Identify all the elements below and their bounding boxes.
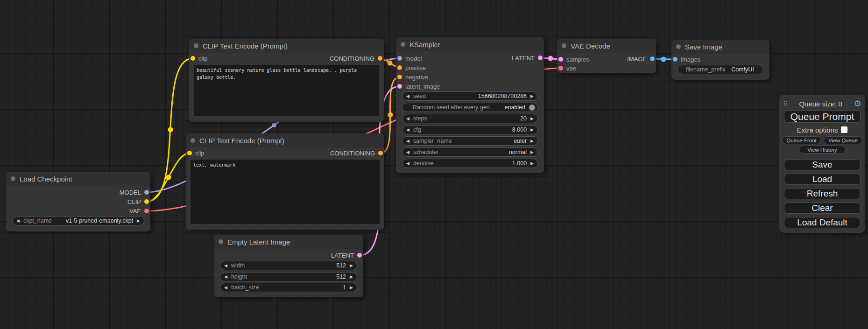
prompt-textarea[interactable]: text, watermark [191,160,380,224]
node-title-bar[interactable]: Load Checkpoint [6,172,150,186]
latent-slot-dot[interactable] [397,84,402,89]
width-number-widget[interactable]: ◀ width 512 ▶ [220,261,357,270]
image-slot-dot[interactable] [650,56,655,61]
vae-slot-dot[interactable] [558,66,563,70]
seed-number-widget[interactable]: ◀ seed 156680208700286 ▶ [402,91,538,101]
decrement-arrow-icon[interactable]: ◀ [406,94,409,98]
link-dot-clip-positive[interactable] [168,127,173,133]
output-slot-conditioning[interactable]: CONDITIONING [330,54,382,63]
clear-button[interactable]: Clear [784,203,861,214]
cfg-number-widget[interactable]: ◀ cfg 8.000 ▶ [402,125,538,134]
input-slot-positive[interactable]: positive [397,63,426,72]
clip-slot-dot[interactable] [191,56,195,61]
filename-prefix-widget[interactable]: filename_prefix ComfyUI [677,65,763,74]
load-button[interactable]: Load [784,174,861,185]
collapse-dot-icon[interactable] [219,239,223,244]
conditioning-slot-dot[interactable] [378,56,382,61]
output-slot-clip[interactable]: CLIP [127,197,149,206]
node-graph-canvas[interactable]: Load Checkpoint MODEL CLIP VAE ◀ ckpt_na… [0,0,868,329]
decrement-arrow-icon[interactable]: ◀ [224,285,227,290]
scheduler-combo[interactable]: ◀ scheduler normal ▶ [402,147,538,157]
decrement-arrow-icon[interactable]: ◀ [406,127,409,132]
link-dot-cond-positive[interactable] [388,61,393,66]
output-slot-model[interactable]: MODEL [120,188,149,197]
model-slot-dot[interactable] [144,190,149,195]
collapse-dot-icon[interactable] [401,42,405,47]
output-slot-vae[interactable]: VAE [129,206,149,216]
prompt-textarea[interactable]: beautiful scenery nature glass bottle la… [194,65,379,116]
increment-arrow-icon[interactable]: ▶ [530,116,534,121]
decrement-arrow-icon[interactable]: ◀ [224,274,227,279]
drag-handle-icon[interactable]: ⠿ [783,101,788,107]
output-slot-conditioning[interactable]: CONDITIONING [330,148,383,158]
node-clip-text-encode-positive[interactable]: CLIP Text Encode (Prompt) clip CONDITION… [189,39,384,122]
steps-number-widget[interactable]: ◀ steps 20 ▶ [402,114,538,123]
node-title-bar[interactable]: VAE Decode [557,39,656,53]
model-slot-dot[interactable] [397,56,402,61]
node-load-checkpoint[interactable]: Load Checkpoint MODEL CLIP VAE ◀ ckpt_na… [6,172,150,231]
node-title-bar[interactable]: KSampler [396,37,544,51]
height-number-widget[interactable]: ◀ height 512 ▶ [220,272,357,281]
vae-slot-dot[interactable] [144,209,149,213]
collapse-dot-icon[interactable] [194,43,198,48]
node-title-bar[interactable]: Save Image [671,40,769,54]
increment-arrow-icon[interactable]: ▶ [350,285,353,290]
toggle-knob-icon[interactable] [529,105,535,111]
collapse-dot-icon[interactable] [191,138,195,143]
node-vae-decode[interactable]: VAE Decode samples vae IMAGE [557,39,656,73]
increment-arrow-icon[interactable]: ▶ [530,161,534,166]
collapse-dot-icon[interactable] [676,44,681,49]
denoise-number-widget[interactable]: ◀ denoise 1.000 ▶ [402,159,538,168]
view-history-button[interactable]: View History [799,146,846,154]
increment-arrow-icon[interactable]: ▶ [350,274,353,279]
input-slot-samples[interactable]: samples [558,55,589,64]
input-slot-latent-image[interactable]: latent_image [397,82,440,91]
collapse-dot-icon[interactable] [562,43,566,48]
input-slot-images[interactable]: images [673,55,700,64]
link-dot-image[interactable] [661,57,666,62]
decrement-arrow-icon[interactable]: ◀ [224,263,227,268]
decrement-arrow-icon[interactable]: ◀ [16,218,20,223]
node-empty-latent-image[interactable]: Empty Latent Image LATENT ◀ width 512 ▶ … [214,235,363,297]
decrement-arrow-icon[interactable]: ◀ [406,150,409,154]
ckpt-name-combo[interactable]: ◀ ckpt_name v1-5-pruned-emaonly.ckpt ▶ [12,216,144,225]
batch-size-number-widget[interactable]: ◀ batch_size 1 ▶ [220,283,357,292]
increment-arrow-icon[interactable]: ▶ [530,94,534,98]
output-slot-image[interactable]: IMAGE [627,54,655,63]
link-dot-cond-negative[interactable] [388,112,393,118]
latent-slot-dot[interactable] [558,57,563,62]
node-ksampler[interactable]: KSampler model positive negative latent_… [396,37,544,173]
latent-slot-dot[interactable] [357,253,362,258]
latent-slot-dot[interactable] [538,56,543,60]
increment-arrow-icon[interactable]: ▶ [530,150,534,154]
conditioning-slot-dot[interactable] [378,151,383,155]
conditioning-slot-dot[interactable] [397,75,402,79]
load-default-button[interactable]: Load Default [784,217,861,228]
decrement-arrow-icon[interactable]: ◀ [406,116,409,121]
settings-gear-icon[interactable]: ⚙ [854,99,861,108]
increment-arrow-icon[interactable]: ▶ [350,263,353,268]
input-slot-vae[interactable]: vae [558,63,576,73]
decrement-arrow-icon[interactable]: ◀ [406,139,409,143]
queue-front-button[interactable]: Queue Front [782,136,821,144]
conditioning-slot-dot[interactable] [397,65,402,70]
extra-options-checkbox[interactable] [841,126,847,133]
link-dot-model[interactable] [272,123,276,127]
node-title-bar[interactable]: CLIP Text Encode (Prompt) [186,133,384,147]
input-slot-model[interactable]: model [397,54,422,63]
image-slot-dot[interactable] [673,57,677,62]
node-save-image[interactable]: Save Image images filename_prefix ComfyU… [671,40,769,80]
input-slot-clip[interactable]: clip [187,148,205,158]
clip-slot-dot[interactable] [144,199,149,204]
increment-arrow-icon[interactable]: ▶ [137,218,140,223]
refresh-button[interactable]: Refresh [784,188,861,199]
output-slot-latent[interactable]: LATENT [512,53,543,63]
increment-arrow-icon[interactable]: ▶ [530,127,534,132]
decrement-arrow-icon[interactable]: ◀ [406,161,409,166]
node-title-bar[interactable]: CLIP Text Encode (Prompt) [189,39,384,53]
node-clip-text-encode-negative[interactable]: CLIP Text Encode (Prompt) clip CONDITION… [186,133,384,230]
random-seed-toggle[interactable]: Random seed after every gen enabled [402,103,538,112]
queue-prompt-button[interactable]: Queue Prompt [784,110,861,123]
sampler-name-combo[interactable]: ◀ sampler_name euler ▶ [402,136,538,146]
output-slot-latent[interactable]: LATENT [331,251,362,260]
